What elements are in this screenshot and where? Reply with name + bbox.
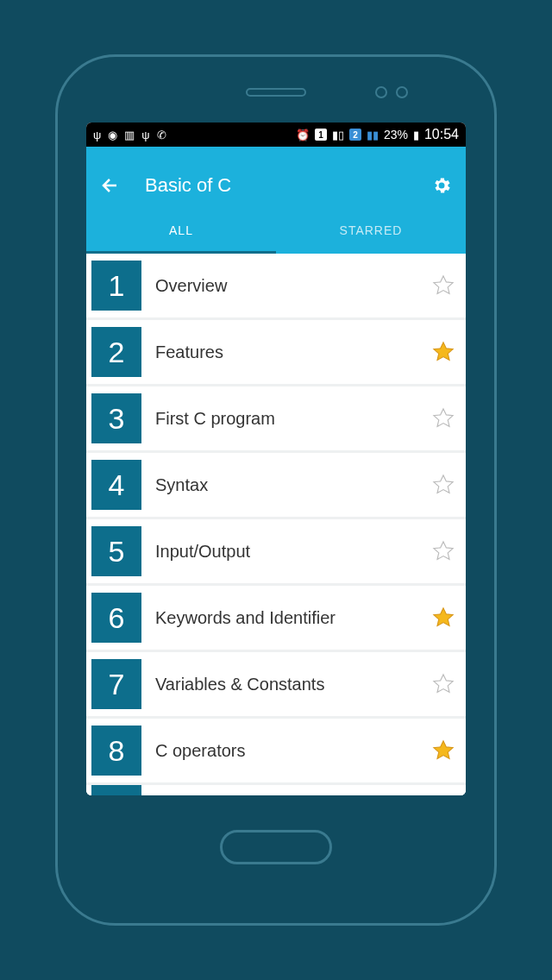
phone-home-button[interactable] bbox=[220, 830, 332, 864]
phone-icon: ✆ bbox=[157, 129, 166, 141]
item-label: Syntax bbox=[155, 475, 431, 495]
list-item[interactable]: 8 C operators bbox=[86, 719, 466, 782]
usb-icon-2: ψ bbox=[141, 129, 149, 141]
star-icon[interactable] bbox=[431, 273, 455, 298]
item-number-badge: 5 bbox=[91, 526, 141, 576]
item-label: Variables & Constants bbox=[155, 675, 431, 694]
item-label: Keywords and Identifier bbox=[155, 608, 431, 628]
phone-sensors bbox=[375, 86, 408, 98]
tab-starred[interactable]: STARRED bbox=[276, 209, 466, 254]
item-number-badge: 6 bbox=[91, 593, 141, 643]
item-number-badge: 8 bbox=[91, 726, 141, 776]
tab-bar: ALL STARRED bbox=[86, 209, 466, 254]
item-label: First C program bbox=[155, 409, 431, 429]
item-number-badge: 2 bbox=[91, 327, 141, 377]
phone-speaker bbox=[246, 88, 306, 97]
list-item[interactable]: 3 First C program bbox=[86, 386, 466, 450]
list-item[interactable]: 4 Syntax bbox=[86, 453, 466, 517]
phone-screen: ψ ◉ ▥ ψ ✆ ⏰ 1 ▮▯ 2 ▮▮ 23% ▮ 10:54 Basic … bbox=[86, 122, 466, 795]
list-item[interactable]: 6 Keywords and Identifier bbox=[86, 586, 466, 650]
app-bar: Basic of C bbox=[86, 147, 466, 209]
android-status-bar: ψ ◉ ▥ ψ ✆ ⏰ 1 ▮▯ 2 ▮▮ 23% ▮ 10:54 bbox=[86, 122, 466, 147]
star-icon[interactable] bbox=[431, 340, 455, 364]
item-number-badge: 4 bbox=[91, 460, 141, 510]
alarm-icon: ⏰ bbox=[296, 129, 310, 141]
back-icon[interactable] bbox=[100, 175, 121, 196]
list-item[interactable]: 1 Overview bbox=[86, 254, 466, 317]
battery-text: 23% bbox=[384, 128, 408, 141]
item-number-badge: 1 bbox=[91, 261, 141, 311]
signal1-icon: ▮▯ bbox=[332, 129, 344, 141]
item-number-badge: 3 bbox=[91, 393, 141, 443]
settings-icon[interactable] bbox=[431, 175, 452, 196]
star-icon[interactable] bbox=[431, 473, 455, 497]
item-label: C operators bbox=[155, 741, 431, 761]
star-icon[interactable] bbox=[431, 672, 455, 696]
item-label: Input/Output bbox=[155, 542, 431, 562]
sim2-badge: 2 bbox=[349, 129, 361, 141]
list-item-partial bbox=[86, 785, 466, 795]
item-number-badge: 7 bbox=[91, 659, 141, 709]
battery-icon: ▮ bbox=[413, 129, 419, 141]
tab-starred-label: STARRED bbox=[340, 223, 403, 237]
star-icon[interactable] bbox=[431, 606, 455, 630]
star-icon[interactable] bbox=[431, 406, 455, 430]
usb-icon: ψ bbox=[93, 129, 101, 141]
tab-all-label: ALL bbox=[169, 223, 193, 237]
list-item[interactable]: 2 Features bbox=[86, 320, 466, 384]
topics-list[interactable]: 1 Overview 2 Features 3 First C program … bbox=[86, 254, 466, 795]
page-title: Basic of C bbox=[145, 174, 431, 197]
phone-device-frame: ψ ◉ ▥ ψ ✆ ⏰ 1 ▮▯ 2 ▮▮ 23% ▮ 10:54 Basic … bbox=[55, 54, 497, 926]
star-icon[interactable] bbox=[431, 539, 455, 563]
item-label: Overview bbox=[155, 276, 431, 296]
list-item[interactable]: 7 Variables & Constants bbox=[86, 652, 466, 716]
signal2-icon: ▮▮ bbox=[367, 129, 379, 141]
item-label: Features bbox=[155, 342, 431, 362]
clock-text: 10:54 bbox=[424, 127, 459, 142]
android-icon: ▥ bbox=[124, 129, 135, 141]
tab-all[interactable]: ALL bbox=[86, 209, 276, 254]
star-icon[interactable] bbox=[431, 738, 455, 763]
list-item[interactable]: 5 Input/Output bbox=[86, 519, 466, 583]
sim1-badge: 1 bbox=[315, 129, 327, 141]
disc-icon: ◉ bbox=[108, 129, 117, 141]
